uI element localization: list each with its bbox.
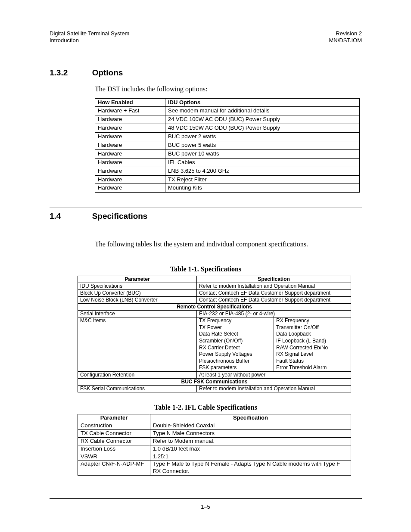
t11-cell: Serial Interface	[78, 311, 197, 317]
t11-cell: At least 1 year without power	[197, 372, 351, 379]
options-cell: 24 VDC 100W AC ODU (BUC) Power Supply	[165, 115, 360, 124]
options-cell: Hardware	[95, 115, 165, 124]
options-cell: IFL Cables	[165, 158, 360, 167]
mc-item: Scrambler (On/Off)	[199, 338, 271, 345]
options-cell: See modem manual for additional details	[165, 107, 360, 115]
section-title: Specifications	[92, 212, 148, 221]
section-number: 1.4	[50, 212, 90, 221]
options-table: How Enabled IDU Options Hardware + FastS…	[95, 98, 360, 193]
table-1-1-caption: Table 1-1. Specifications	[50, 265, 362, 273]
t12-hdr-spec: Specification	[150, 414, 351, 422]
mc-item: IF Loopback (L-Band)	[276, 338, 349, 345]
t12-cell: Adapter CN/F-N-ADP-MF	[78, 460, 150, 476]
footer-rule	[50, 498, 362, 499]
t12-hdr-param: Parameter	[78, 414, 150, 422]
t11-mc-items: TX FrequencyTX PowerData Rate SelectScra…	[197, 317, 351, 372]
options-cell: LNB 3.625 to 4.200 GHz	[165, 167, 360, 175]
t11-cell: Contact Comtech EF Data Customer Support…	[197, 297, 351, 304]
options-col-1-header: How Enabled	[95, 98, 165, 107]
t11-section: BUC FSK Communications	[78, 379, 351, 386]
options-cell: Hardware	[95, 124, 165, 133]
options-cell: Hardware + Fast	[95, 107, 165, 115]
mc-item: FSK parameters	[199, 364, 271, 371]
t11-hdr-spec: Specification	[197, 276, 351, 283]
t11-cell: EIA-232 or EIA-485 (2- or 4-wire)	[197, 311, 351, 317]
mc-item: RAW Corrected Eb/No	[276, 345, 349, 352]
section-1-4-heading: 1.4 Specifications	[50, 208, 362, 221]
mc-item: RX Signal Level	[276, 351, 349, 358]
t11-cell: FSK Serial Communications	[78, 386, 197, 392]
mc-item: Data Rate Select	[199, 331, 271, 338]
t12-cell: Construction	[78, 422, 150, 429]
options-cell: 48 VDC 150W AC ODU (BUC) Power Supply	[165, 124, 360, 133]
t11-cell: Contact Comtech EF Data Customer Support…	[197, 290, 351, 297]
t12-cell: VSWR	[78, 453, 150, 460]
section-1-3-2-heading: 1.3.2 Options	[50, 68, 362, 78]
ifl-cable-table: Parameter Specification ConstructionDoub…	[78, 414, 351, 476]
t11-cell: IDU Specifications	[78, 283, 197, 290]
section-number: 1.3.2	[50, 68, 90, 78]
header-left-2: Introduction	[50, 37, 129, 44]
t12-cell: 1.25:1	[150, 453, 351, 460]
specifications-table: Parameter Specification IDU Specificatio…	[78, 276, 351, 392]
header-right-1: Revision 2	[329, 30, 362, 37]
options-cell: TX Reject Filter	[165, 175, 360, 184]
options-cell: Hardware	[95, 167, 165, 175]
page-header: Digital Satellite Terminal System Introd…	[50, 30, 362, 44]
page-number: 1–5	[0, 504, 411, 510]
options-cell: BUC power 10 watts	[165, 149, 360, 158]
t12-cell: TX Cable Connector	[78, 429, 150, 437]
table-1-2-caption: Table 1-2. IFL Cable Specifications	[50, 404, 362, 411]
t12-cell: Type N Male Connectors	[150, 429, 351, 437]
mc-item: Fault Status	[276, 358, 349, 365]
mc-item: Plesiochronous Buffer	[199, 358, 271, 365]
mc-item: Data Loopback	[276, 331, 349, 338]
t11-cell: M&C Items	[78, 317, 197, 372]
t11-cell: Block Up Converter (BUC)	[78, 290, 197, 297]
section-1-4-intro: The following tables list the system and…	[95, 240, 362, 248]
options-cell: Hardware	[95, 158, 165, 167]
options-cell: BUC power 2 watts	[165, 133, 360, 141]
options-cell: Hardware	[95, 175, 165, 184]
t11-hdr-param: Parameter	[78, 276, 197, 283]
t12-cell: 1.0 dB/10 feet max	[150, 445, 351, 453]
options-cell: Hardware	[95, 141, 165, 149]
header-left-1: Digital Satellite Terminal System	[50, 30, 129, 37]
section-1-3-2-intro: The DST includes the following options:	[95, 85, 362, 93]
mc-item: TX Frequency	[199, 317, 271, 324]
mc-item: Power Supply Voltages	[199, 351, 271, 358]
options-cell: Hardware	[95, 149, 165, 158]
t11-section: Remote Control Specifications	[78, 304, 351, 311]
t12-cell: RX Cable Connector	[78, 437, 150, 445]
mc-item: TX Power	[199, 324, 271, 331]
options-cell: Mounting Kits	[165, 184, 360, 193]
mc-item: Error Threshold Alarm	[276, 364, 349, 371]
t11-cell: Refer to modem Installation and Operatio…	[197, 386, 351, 392]
t12-cell: Refer to Modem manual.	[150, 437, 351, 445]
options-col-2-header: IDU Options	[165, 98, 360, 107]
options-cell: Hardware	[95, 133, 165, 141]
t11-cell: Refer to modem Installation and Operatio…	[197, 283, 351, 290]
t12-cell: Type F Male to Type N Female - Adapts Ty…	[150, 460, 351, 476]
t11-cell: Low Noise Block (LNB) Converter	[78, 297, 197, 304]
t12-cell: Insertion Loss	[78, 445, 150, 453]
mc-item: RX Carrier Detect	[199, 345, 271, 352]
t11-cell: Configuration Retention	[78, 372, 197, 379]
mc-item: Transmitter On/Off	[276, 324, 349, 331]
options-cell: BUC power 5 watts	[165, 141, 360, 149]
t12-cell: Double-Shielded Coaxial	[150, 422, 351, 429]
mc-item: RX Frequency	[276, 317, 349, 324]
header-right-2: MN/DST.IOM	[329, 37, 362, 44]
section-title: Options	[92, 68, 123, 77]
options-cell: Hardware	[95, 184, 165, 193]
